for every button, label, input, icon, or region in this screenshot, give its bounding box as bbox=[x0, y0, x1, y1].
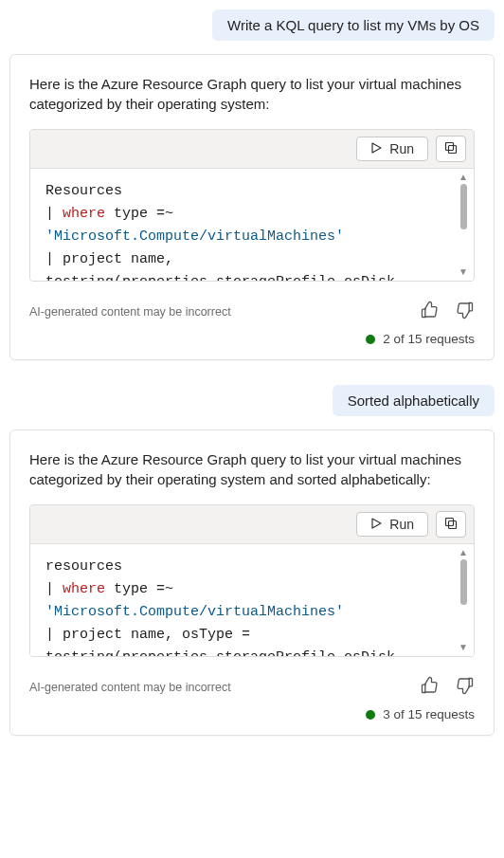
card-footer: AI-generated content may be incorrect bbox=[29, 676, 475, 698]
svg-marker-0 bbox=[372, 143, 381, 153]
code-line: | project name, bbox=[45, 251, 173, 267]
code-line: type =~ bbox=[105, 581, 173, 597]
scroll-down-icon: ▼ bbox=[459, 643, 468, 652]
ai-disclaimer-text: AI-generated content may be incorrect bbox=[29, 305, 231, 319]
assistant-intro-text: Here is the Azure Resource Graph query t… bbox=[29, 74, 475, 114]
code-block: Run resources | where type =~ 'Microsoft… bbox=[29, 504, 475, 657]
code-string: 'Microsoft.Compute/virtualMachines' bbox=[45, 228, 344, 245]
code-keyword: where bbox=[63, 581, 105, 597]
scrollbar[interactable]: ▲ ▼ bbox=[457, 548, 470, 652]
play-icon bbox=[370, 517, 382, 532]
usage-indicator: 2 of 15 requests bbox=[29, 332, 475, 346]
status-dot-icon bbox=[366, 335, 375, 344]
scroll-track bbox=[460, 557, 467, 643]
thumbs-down-icon bbox=[456, 308, 475, 322]
ai-disclaimer-text: AI-generated content may be incorrect bbox=[29, 681, 231, 694]
usage-indicator: 3 of 15 requests bbox=[29, 707, 475, 721]
assistant-intro-text: Here is the Azure Resource Graph query t… bbox=[29, 449, 475, 489]
code-block: Run Resources | where type =~ 'Microsoft… bbox=[29, 129, 475, 282]
svg-rect-2 bbox=[446, 142, 454, 150]
scroll-down-icon: ▼ bbox=[459, 267, 468, 277]
thumbs-down-icon bbox=[456, 684, 475, 698]
code-line-truncated: tostring(properties.storageProfile.osDis… bbox=[45, 649, 395, 656]
scroll-thumb[interactable] bbox=[460, 184, 467, 229]
copy-icon bbox=[444, 141, 458, 157]
code-line: | bbox=[45, 206, 63, 222]
run-button-label: Run bbox=[389, 141, 414, 156]
assistant-response-card: Here is the Azure Resource Graph query t… bbox=[9, 54, 495, 360]
thumbs-down-button[interactable] bbox=[456, 301, 475, 322]
code-line: type =~ bbox=[105, 206, 173, 222]
code-content[interactable]: Resources | where type =~ 'Microsoft.Com… bbox=[30, 169, 474, 281]
code-line: resources bbox=[45, 558, 122, 575]
copy-button[interactable] bbox=[436, 511, 466, 538]
code-viewport: Resources | where type =~ 'Microsoft.Com… bbox=[30, 169, 474, 281]
scrollbar[interactable]: ▲ ▼ bbox=[457, 173, 470, 277]
copy-icon bbox=[444, 517, 458, 533]
code-line: | bbox=[45, 581, 63, 597]
usage-text: 3 of 15 requests bbox=[383, 707, 475, 721]
svg-rect-4 bbox=[449, 520, 457, 528]
code-keyword: where bbox=[63, 206, 105, 222]
run-button[interactable]: Run bbox=[356, 512, 428, 537]
copy-button[interactable] bbox=[436, 136, 466, 162]
code-toolbar: Run bbox=[30, 130, 474, 169]
code-line: | project name, osType = bbox=[45, 627, 250, 643]
scroll-up-icon: ▲ bbox=[459, 548, 468, 557]
run-button-label: Run bbox=[389, 517, 414, 532]
status-dot-icon bbox=[366, 710, 375, 720]
code-line-truncated: tostring(properties.storageProfile.osDis… bbox=[45, 274, 395, 281]
code-line: Resources bbox=[45, 183, 122, 199]
thumbs-up-button[interactable] bbox=[420, 301, 439, 322]
scroll-track bbox=[460, 182, 467, 267]
user-message: Write a KQL query to list my VMs by OS bbox=[212, 9, 495, 41]
code-string: 'Microsoft.Compute/virtualMachines' bbox=[45, 604, 344, 620]
run-button[interactable]: Run bbox=[356, 137, 428, 161]
code-toolbar: Run bbox=[30, 505, 474, 544]
thumbs-up-icon bbox=[420, 684, 439, 698]
scroll-thumb[interactable] bbox=[460, 559, 467, 605]
thumbs-down-button[interactable] bbox=[456, 676, 475, 698]
svg-rect-5 bbox=[446, 518, 454, 525]
feedback-buttons bbox=[420, 676, 475, 698]
usage-text: 2 of 15 requests bbox=[383, 332, 475, 346]
assistant-response-card: Here is the Azure Resource Graph query t… bbox=[9, 429, 495, 736]
card-footer: AI-generated content may be incorrect bbox=[29, 301, 475, 322]
user-message: Sorted alphabetically bbox=[333, 385, 495, 416]
play-icon bbox=[370, 141, 382, 156]
svg-marker-3 bbox=[372, 519, 381, 528]
thumbs-up-button[interactable] bbox=[420, 676, 439, 698]
code-content[interactable]: resources | where type =~ 'Microsoft.Com… bbox=[30, 544, 474, 656]
scroll-up-icon: ▲ bbox=[459, 173, 468, 182]
svg-rect-1 bbox=[449, 145, 457, 153]
thumbs-up-icon bbox=[420, 308, 439, 322]
feedback-buttons bbox=[420, 301, 475, 322]
code-viewport: resources | where type =~ 'Microsoft.Com… bbox=[30, 544, 474, 656]
